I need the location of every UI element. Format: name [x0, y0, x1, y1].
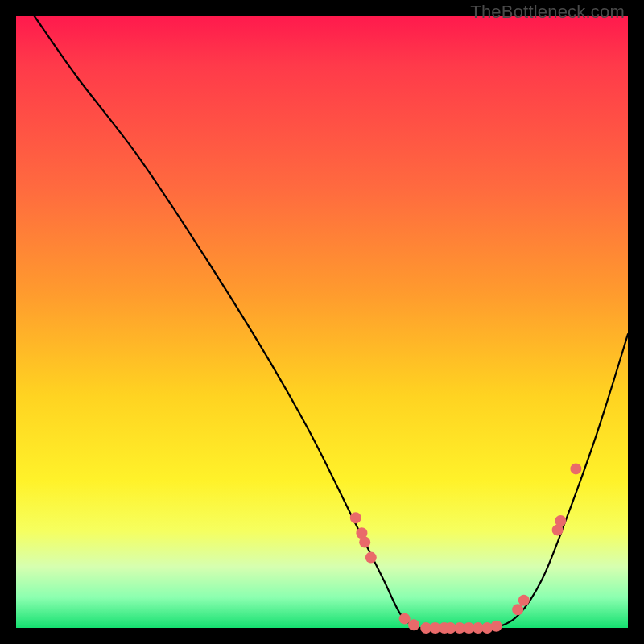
- chart-frame: [16, 16, 628, 628]
- data-point: [408, 619, 419, 630]
- data-point: [399, 613, 411, 625]
- data-point: [359, 537, 370, 548]
- dot-layer: [350, 463, 582, 634]
- data-point: [518, 595, 530, 606]
- data-point: [350, 512, 361, 523]
- chart-svg: [16, 16, 628, 628]
- watermark-text: TheBottleneck.com: [470, 2, 625, 23]
- data-point: [512, 604, 523, 615]
- data-point: [365, 552, 377, 564]
- data-point: [570, 463, 581, 474]
- data-point: [555, 515, 566, 526]
- data-point: [491, 621, 502, 632]
- bottleneck-curve: [35, 16, 628, 629]
